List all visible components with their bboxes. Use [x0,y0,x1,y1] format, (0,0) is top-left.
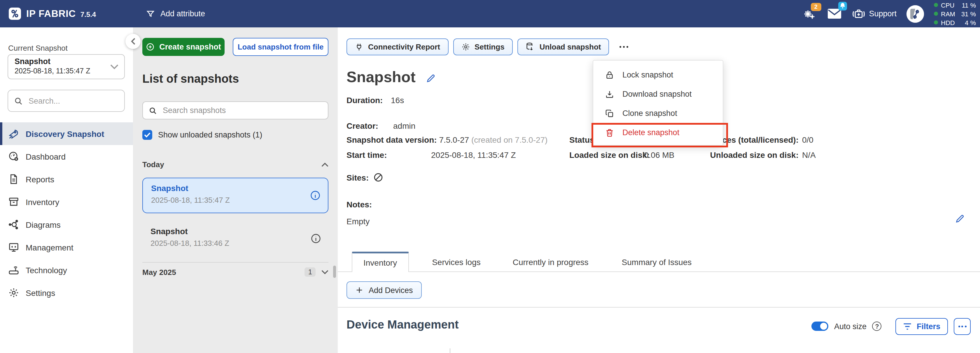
plus-icon [355,286,363,294]
edit-pencil-icon[interactable] [426,73,436,83]
snapshot-list-item-selected[interactable]: Snapshot 2025-08-18, 11:35:47 Z [142,178,328,213]
page-title: Snapshot [347,68,415,86]
checkbox-checked-icon[interactable] [142,130,152,140]
sidebar-item-management[interactable]: Management [0,236,133,259]
duration-row: Duration:16s [347,95,404,105]
bell-badge-icon [838,2,847,10]
sidebar-item-label: Dashboard [25,152,65,161]
trash-icon [605,128,614,137]
ip-fabric-logo-icon [9,8,21,20]
sidebar-item-settings[interactable]: Settings [0,281,133,304]
info-icon[interactable] [310,233,321,244]
support-button[interactable]: Support [852,8,897,19]
unload-snapshot-button[interactable]: Unload snapshot [517,38,609,55]
tab-currently-in-progress[interactable]: Currently in progress [502,252,600,272]
sidebar-search [8,90,125,112]
sidebar-search-input[interactable] [27,96,117,106]
connectivity-report-button[interactable]: Connectivity Report [347,38,448,55]
chevron-down-icon [110,64,118,69]
avatar[interactable] [907,5,924,22]
menu-item-delete-snapshot[interactable]: Delete snapshot [593,123,723,142]
snapshot-search [142,101,328,119]
unloaded-size-value: N/A [802,150,816,160]
sites-row: Sites: [347,173,383,182]
archive-box-icon [8,196,19,207]
lock-icon [605,70,614,79]
notifications-count-badge: 2 [811,3,821,11]
group-today[interactable]: Today [142,160,328,169]
menu-item-lock-snapshot[interactable]: Lock snapshot [593,65,723,84]
edit-notes-pencil-icon[interactable] [955,214,965,224]
clone-copy-icon [605,109,614,118]
menu-item-clone-snapshot[interactable]: Clone snapshot [593,104,723,123]
sidebar-item-diagrams[interactable]: Diagrams [0,213,133,236]
chevron-up-icon [321,162,328,167]
snapshot-list-item[interactable]: Snapshot 2025-08-18, 11:33:46 Z [142,222,328,257]
snapshot-settings-button[interactable]: Settings [453,38,513,55]
brand[interactable]: IP FABRIC 7.5.4 [9,8,96,20]
snapshot-search-input[interactable] [162,105,310,116]
show-unloaded-row[interactable]: Show unloaded snapshots (1) [142,130,262,140]
tab-inventory[interactable]: Inventory [352,252,409,272]
panel-scrollbar-thumb[interactable] [333,266,336,278]
download-icon [605,89,614,99]
sidebar: Current Snapshot Snapshot 2025-08-18, 11… [0,27,133,353]
table-column-divider [450,348,450,353]
menu-item-download-snapshot[interactable]: Download snapshot [593,84,723,104]
main-content: Connectivity Report Settings Unload snap… [338,27,980,353]
auto-size-toggle[interactable] [811,321,828,331]
start-time-row: Start time:2025-08-18, 11:35:47 Z [347,150,516,160]
device-management-title: Device Management [347,318,459,331]
network-diagram-icon [8,219,19,230]
group-may-2025[interactable]: May 2025 1 [142,268,328,277]
sidebar-item-discovery-snapshot[interactable]: Discovery Snapshot [0,122,133,145]
help-icon[interactable]: ? [872,321,882,331]
funnel-icon [146,9,155,18]
system-stats: CPU11 % RAM31 % HDD4 % [934,1,976,27]
gear-icon [8,287,19,298]
monitor-icon [8,242,19,253]
automation-settings-button[interactable]: 2 [802,6,817,21]
sidebar-nav: Discovery Snapshot Dashboard Reports Inv… [0,122,133,304]
current-snapshot-time: 2025-08-18, 11:35:47 Z [14,67,90,76]
add-attribute-button[interactable]: Add attribute [146,0,205,27]
snapshot-title-row: Snapshot [347,68,436,86]
info-icon[interactable] [310,190,321,201]
add-devices-button[interactable]: Add Devices [347,281,422,299]
notes-value: Empty [347,217,369,226]
brand-name: IP FABRIC [26,8,76,19]
device-management-controls: Auto size ? Filters [811,317,970,335]
loaded-size-row: Loaded size on disk:0.06 MB [570,150,675,160]
gear-icon [461,43,470,51]
auto-size-label: Auto size [834,322,867,331]
sidebar-item-reports[interactable]: Reports [0,168,133,190]
router-icon [8,264,19,275]
tab-services-logs[interactable]: Services logs [421,252,492,272]
app-version: 7.5.4 [81,11,96,19]
messages-button[interactable] [827,6,842,21]
section-divider [338,307,980,307]
rocket-icon [8,128,19,139]
current-snapshot-selector[interactable]: Snapshot 2025-08-18, 11:35:47 Z [8,54,125,79]
document-icon [8,174,19,185]
tabs: Inventory Services logs Currently in pro… [352,252,703,272]
tab-summary-of-issues[interactable]: Summary of Issues [611,252,703,272]
notes-label: Notes: [347,200,372,209]
filters-button[interactable]: Filters [896,318,948,335]
dashboard-gauge-icon [8,151,19,162]
ip-fabric-app: IP FABRIC 7.5.4 Add attribute 2 [0,0,980,353]
hdd-stat: HDD4 % [934,18,976,27]
more-actions-button[interactable] [615,38,633,55]
table-more-actions-button[interactable] [954,318,970,335]
sidebar-item-technology[interactable]: Technology [0,259,133,281]
load-snapshot-from-file-button[interactable]: Load snapshot from file [233,38,328,56]
creator-row: Creator:admin [347,121,415,130]
search-icon [149,106,157,114]
sidebar-item-label: Diagrams [25,220,60,229]
collapse-sidebar-button[interactable] [126,34,141,49]
sidebar-item-inventory[interactable]: Inventory [0,190,133,213]
sidebar-item-label: Technology [25,265,67,275]
sidebar-item-dashboard[interactable]: Dashboard [0,145,133,168]
sidebar-item-label: Reports [25,174,54,184]
create-snapshot-button[interactable]: Create snapshot [142,38,224,56]
